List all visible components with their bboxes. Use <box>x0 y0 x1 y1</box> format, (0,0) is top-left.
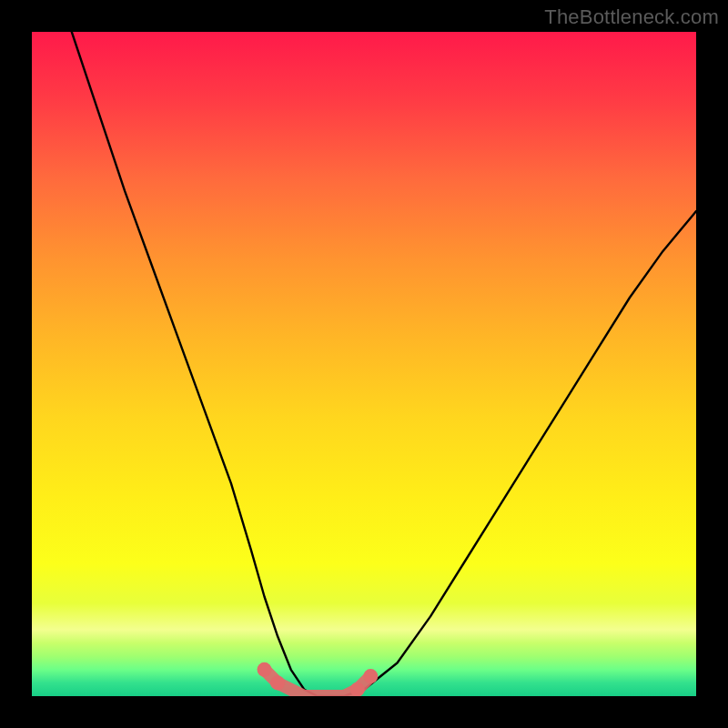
plot-area <box>32 32 696 696</box>
bottleneck-curve <box>72 32 696 696</box>
highlight-dot <box>270 675 285 690</box>
curve-layer <box>32 32 696 696</box>
highlight-dot <box>350 682 365 696</box>
highlight-dot <box>258 662 272 677</box>
watermark-text: TheBottleneck.com <box>544 5 719 29</box>
highlight-dot <box>363 669 378 683</box>
chart-stage: TheBottleneck.com <box>0 0 728 728</box>
